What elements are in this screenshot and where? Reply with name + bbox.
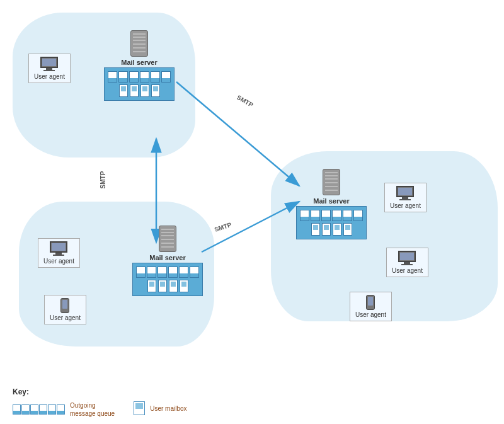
- key-queue-label: Outgoingmessage queue: [70, 401, 115, 418]
- user-agent-6: User agent: [350, 292, 392, 321]
- user-agent-2: User agent: [38, 238, 80, 268]
- key-mailbox-icon: [134, 401, 145, 415]
- key-item-queue: Outgoingmessage queue: [13, 401, 115, 418]
- user-agent-5: User agent: [386, 248, 428, 277]
- mail-server-right: Mail server: [296, 169, 367, 239]
- smtp-label-top: SMTP: [236, 94, 255, 108]
- user-agent-1: User agent: [28, 54, 71, 83]
- key-section: Key: Outgoingmessage queue User mailbox: [13, 387, 187, 418]
- mail-server-bottom-center: Mail server: [132, 226, 203, 296]
- smtp-label-vertical: SMTP: [100, 171, 106, 189]
- key-item-mailbox: User mailbox: [134, 401, 186, 415]
- key-queue-icon: [13, 404, 65, 415]
- user-agent-3: User agent: [44, 295, 86, 324]
- key-items: Outgoingmessage queue User mailbox: [13, 401, 187, 418]
- user-agent-4: User agent: [384, 183, 427, 212]
- smtp-label-bottom: SMTP: [214, 221, 232, 233]
- key-mailbox-label: User mailbox: [150, 404, 186, 413]
- diagram-area: SMTP SMTP SMTP Mail server: [0, 0, 504, 372]
- key-title: Key:: [13, 387, 187, 396]
- mail-server-top-left: Mail server: [104, 30, 175, 101]
